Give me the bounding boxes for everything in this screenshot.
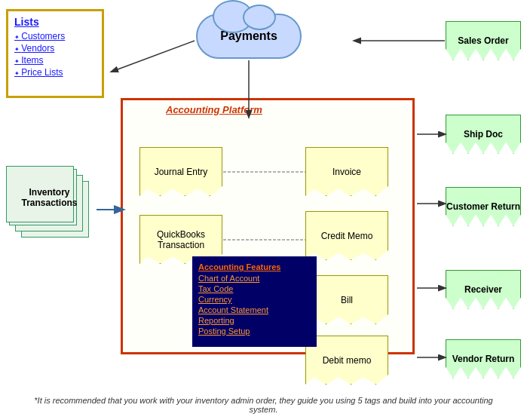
list-item-items[interactable]: Items [14,55,96,66]
list-item-vendors[interactable]: Vendors [14,43,96,54]
journal-entry-doc: Journal Entry [139,147,222,196]
list-item-customers[interactable]: Customers [14,31,96,41]
debit-memo-doc: Debit memo [305,336,388,385]
invoice-doc: Invoice [305,147,388,196]
lists-title: Lists [14,16,96,28]
svg-line-2 [112,41,195,72]
lists-box: Lists Customers Vendors Items Price List… [6,9,104,98]
credit-memo-doc: Credit Memo [305,211,388,260]
inventory-label: Inventory Transactions [6,187,93,208]
inner-box-title: Accounting Features [198,262,311,271]
customer-return-banner: Customer Return [446,187,521,226]
inner-items: Chart of Account Tax Code Currency Accou… [198,274,311,336]
bill-doc: Bill [305,275,388,324]
diagram: Lists Customers Vendors Items Price List… [0,0,527,420]
vendor-return-banner: Vendor Return [446,339,521,379]
feature-posting[interactable]: Posting Setup [198,326,311,336]
inner-features-box: Accounting Features Chart of Account Tax… [192,256,317,347]
accounting-platform-title: Accounting Platform [166,104,262,115]
lists-items: Customers Vendors Items Price Lists [14,31,96,78]
payments-shape: Payments [196,14,302,59]
feature-currency[interactable]: Currency [198,295,311,304]
list-item-price-lists[interactable]: Price Lists [14,67,96,78]
feature-account-statement[interactable]: Account Statement [198,305,311,314]
feature-tax[interactable]: Tax Code [198,284,311,293]
payments-label: Payments [220,29,277,43]
inventory-stack: Inventory Transactions [6,166,97,249]
bottom-note: *It is recommended that you work with yo… [30,396,497,414]
feature-reporting[interactable]: Reporting [198,316,311,325]
sales-order-banner: Sales Order [446,21,521,60]
receiver-banner: Receiver [446,270,521,309]
ship-doc-banner: Ship Doc [446,115,521,154]
feature-chart[interactable]: Chart of Account [198,274,311,283]
